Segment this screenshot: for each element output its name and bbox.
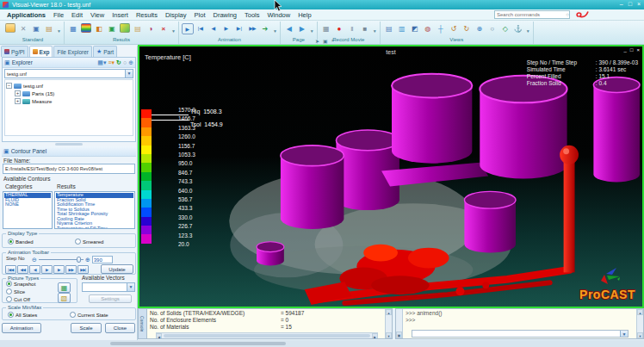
anchor-icon[interactable]: ⚓ <box>512 23 524 34</box>
vertical-scrollbar[interactable]: ▲ ▼ <box>385 309 392 338</box>
minimize-button[interactable]: – <box>620 0 623 9</box>
sort-icon[interactable]: ≡▾ <box>108 59 115 67</box>
animate-icon[interactable]: ▶ <box>182 23 194 34</box>
viewport-close-icon[interactable]: × <box>636 47 640 53</box>
list-item[interactable]: NONE <box>4 202 51 208</box>
previous-page-icon[interactable]: ◀ <box>283 23 295 34</box>
scroll-up-icon[interactable]: ▲ <box>386 309 392 315</box>
bottom-scrollbar[interactable] <box>110 342 286 345</box>
slider-handle[interactable] <box>77 257 81 263</box>
horizontal-scrollbar[interactable]: ◀ ▶ <box>156 332 378 338</box>
console-tab[interactable]: Console <box>139 309 147 338</box>
chevron-down-icon[interactable]: ▼ <box>620 331 628 337</box>
play-button[interactable]: ▶ <box>41 265 53 274</box>
copy-icon[interactable]: ▣ <box>30 23 42 34</box>
previous-frame-icon[interactable]: ◀ <box>207 23 220 34</box>
camera-icon[interactable]: ▦ <box>320 23 332 34</box>
search-icon[interactable]: ○ <box>566 12 569 17</box>
group-by-icon[interactable]: ▦▾ <box>97 59 106 67</box>
close-panel-icon[interactable]: × <box>331 38 335 44</box>
radio-snapshot[interactable]: Snapshot <box>6 281 35 287</box>
open-case-icon[interactable]: ▤ <box>132 23 144 34</box>
radio-all-states[interactable]: All States <box>8 312 37 318</box>
radio-cutoff[interactable]: Cut Off <box>6 296 30 302</box>
cutoff-tool-button[interactable]: ▧ <box>58 293 71 303</box>
expand-icon[interactable]: + <box>15 98 21 104</box>
scroll-right-icon[interactable]: ▶ <box>372 333 378 338</box>
next-frame-icon[interactable]: ▶| <box>233 23 245 34</box>
group-more-icon[interactable]: ▼ <box>273 28 277 36</box>
search-input[interactable] <box>495 12 566 17</box>
radio-banded[interactable]: Banded <box>8 239 34 245</box>
scroll-left-icon[interactable]: ◀ <box>156 333 162 338</box>
tab-pgpl[interactable]: Pg/Pl <box>1 46 28 57</box>
fast-forward-button[interactable]: ▶▶ <box>65 265 77 274</box>
results-file-icon[interactable]: ▦ <box>67 23 79 34</box>
play-icon[interactable]: ▶ <box>220 23 232 34</box>
refresh-icon[interactable]: ↻ <box>116 59 121 67</box>
stop-icon[interactable]: ■ <box>359 23 371 34</box>
group-more-icon[interactable]: ▼ <box>310 28 314 36</box>
fit-view-icon[interactable]: ◇ <box>499 23 511 34</box>
viewport-restore-icon[interactable]: □ <box>630 47 634 53</box>
view-iso-icon[interactable]: ◩ <box>409 23 421 34</box>
zoom-in-icon[interactable]: ⊕ <box>474 23 486 34</box>
scrollbar-thumb[interactable] <box>164 334 370 338</box>
panel-splitter[interactable] <box>55 143 83 146</box>
globe-icon[interactable]: ◍ <box>422 23 434 34</box>
group-more-icon[interactable]: ▼ <box>57 28 61 36</box>
menu-insert[interactable]: Insert <box>112 11 128 19</box>
step-forward-button[interactable]: ▶ <box>53 265 65 274</box>
first-frame-icon[interactable]: |◀ <box>195 23 207 34</box>
menu-edit[interactable]: Edit <box>71 11 83 19</box>
view-left-icon[interactable]: ▤ <box>383 23 395 34</box>
settings-button[interactable]: Settings <box>89 294 132 303</box>
scale-button[interactable]: Scale <box>71 323 102 333</box>
scroll-down-icon[interactable]: ▼ <box>386 332 392 338</box>
probe-icon[interactable]: ◑ <box>145 23 157 34</box>
contour-settings-icon[interactable]: ▣ <box>106 23 118 34</box>
tab-file-explorer[interactable]: File Explorer <box>53 46 91 57</box>
menu-file[interactable]: File <box>53 11 64 19</box>
categories-list[interactable]: THERMAL FLUID NONE <box>3 191 53 229</box>
tree-item-parts[interactable]: + Parts (15) <box>6 90 132 97</box>
fast-rewind-button[interactable]: ◀◀ <box>17 265 28 274</box>
collapse-icon[interactable]: − <box>6 83 12 89</box>
file-name-box[interactable] <box>3 164 135 174</box>
vectors-selector[interactable]: ▼ <box>82 282 135 292</box>
pan-icon[interactable]: ┼ <box>435 23 447 34</box>
chevron-down-icon[interactable]: ▼ <box>125 70 133 77</box>
maximize-button[interactable]: □ <box>629 0 632 9</box>
select-icon[interactable]: ○ <box>123 59 127 67</box>
menu-applications[interactable]: Applications <box>7 11 46 19</box>
cut-icon[interactable]: ✕ <box>17 23 29 34</box>
export-animation-icon[interactable]: ➔ <box>259 23 271 34</box>
viewport-minimize-icon[interactable]: _ <box>624 47 627 53</box>
list-item[interactable]: Temperature at Fill Time <box>56 226 133 230</box>
menu-tools[interactable]: Tools <box>245 11 260 19</box>
radio-smeared[interactable]: Smeared <box>75 239 103 245</box>
go-first-button[interactable]: |◀◀ <box>5 265 16 274</box>
step-slider[interactable] <box>39 259 84 260</box>
close-button[interactable]: × <box>637 0 641 9</box>
model-selector[interactable]: testg.unf ▼ <box>4 69 133 78</box>
close-panel-button[interactable]: Close <box>105 323 135 333</box>
step-value-input[interactable] <box>92 256 113 263</box>
command-input-box[interactable]: ▼ <box>412 330 629 338</box>
tree-item-measure[interactable]: + Measure <box>6 97 132 105</box>
menu-view[interactable]: View <box>90 11 104 19</box>
chevron-down-icon[interactable]: ▼ <box>127 283 134 291</box>
step-back-button[interactable]: ◀ <box>29 265 40 274</box>
command-input[interactable] <box>412 331 620 337</box>
rotate-cw-icon[interactable]: ↻ <box>461 23 473 34</box>
menu-drawing[interactable]: Drawing <box>213 11 237 19</box>
go-last-button[interactable]: ▶▶| <box>77 265 89 274</box>
file-name-value[interactable] <box>3 164 134 173</box>
menu-help[interactable]: Help <box>298 11 311 19</box>
zoom-area-icon[interactable]: ○ <box>486 23 498 34</box>
search-box[interactable]: ○ <box>494 10 570 19</box>
group-more-icon[interactable]: ▼ <box>526 28 530 36</box>
scroll-down-icon[interactable]: ▼ <box>637 332 643 338</box>
animation-button[interactable]: Animation <box>2 323 41 333</box>
vertical-scrollbar[interactable]: ▲ ▼ <box>636 309 643 338</box>
